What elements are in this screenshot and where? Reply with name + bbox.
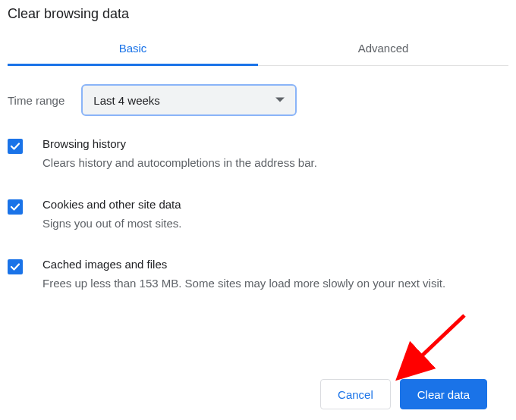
timerange-select[interactable]: Last 4 weeks	[81, 84, 297, 116]
checkbox-cache[interactable]	[8, 259, 23, 274]
option-title: Cookies and other site data	[42, 198, 508, 211]
dialog-title: Clear browsing data	[8, 3, 508, 33]
clear-browsing-data-dialog: Clear browsing data Basic Advanced Time …	[0, 0, 516, 293]
tab-advanced[interactable]: Advanced	[258, 33, 508, 65]
timerange-value: Last 4 weeks	[93, 94, 160, 107]
timerange-label: Time range	[8, 94, 64, 107]
option-title: Cached images and files	[42, 258, 508, 271]
option-cache: Cached images and files Frees up less th…	[8, 258, 508, 293]
option-title: Browsing history	[42, 137, 508, 150]
option-desc: Clears history and autocompletions in th…	[42, 155, 508, 172]
clear-data-button[interactable]: Clear data	[400, 379, 487, 409]
checkbox-browsing-history[interactable]	[8, 139, 23, 154]
tab-basic[interactable]: Basic	[8, 33, 258, 65]
option-cookies: Cookies and other site data Signs you ou…	[8, 198, 508, 233]
cancel-button[interactable]: Cancel	[320, 379, 391, 409]
checkbox-cookies[interactable]	[8, 199, 23, 215]
timerange-row: Time range Last 4 weeks	[8, 66, 508, 119]
tab-bar: Basic Advanced	[8, 33, 508, 66]
chevron-down-icon	[275, 96, 285, 105]
annotation-arrow-icon	[382, 311, 474, 387]
option-browsing-history: Browsing history Clears history and auto…	[8, 137, 508, 172]
dialog-actions: Cancel Clear data	[320, 379, 487, 409]
option-desc: Frees up less than 153 MB. Some sites ma…	[42, 275, 508, 293]
svg-line-0	[404, 315, 464, 373]
option-desc: Signs you out of most sites.	[42, 215, 508, 233]
options-list: Browsing history Clears history and auto…	[8, 119, 508, 293]
